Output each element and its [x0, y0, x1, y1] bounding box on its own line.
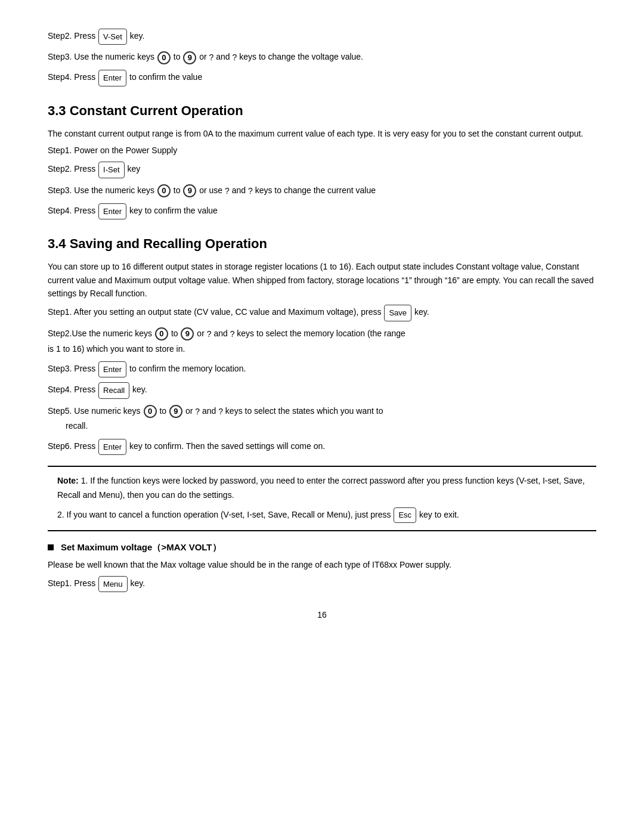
set-voltage-para: Please be well known that the Max voltag…	[48, 558, 596, 571]
note-box: Note: 1. If the function keys were locke…	[48, 466, 596, 531]
s34-key9: 9	[181, 327, 194, 340]
note1: Note: 1. If the function keys were locke…	[57, 474, 587, 503]
note2-prefix: 2. If you want to cancel a function oper…	[57, 509, 391, 519]
sv-step1-prefix: Step1. Press	[48, 579, 95, 589]
s34-qmark1: ?	[207, 329, 212, 338]
set-voltage-heading: Set Maximum voltage（>MAX VOLT）	[48, 542, 596, 553]
s34-qmark2: ?	[230, 329, 235, 338]
s34-step5-suffix: keys to select the states which you want…	[225, 406, 383, 416]
s33-qmark1: ?	[225, 186, 230, 196]
s33-step3-and: and	[232, 185, 246, 195]
step2-label: Step2. Press	[48, 31, 95, 41]
s34-key0: 0	[155, 327, 168, 340]
esc-key: Esc	[394, 507, 416, 523]
section34-para1: You can store up to 16 different output …	[48, 260, 596, 300]
s34-step1-prefix: Step1. After you setting an output state…	[48, 308, 382, 317]
s34-step5-key9: 9	[169, 405, 182, 418]
step3-label: Step3. Use the numeric keys	[48, 52, 154, 61]
s34-step3-suffix: to confirm the memory location.	[129, 364, 246, 373]
s33-step3-or: or use	[199, 185, 222, 195]
note-label: Note:	[57, 476, 79, 485]
section34-step5: Step5. Use numeric keys 0 to 9 or ? and …	[48, 404, 596, 434]
step2-suffix: key.	[130, 31, 145, 41]
s33-enter-key: Enter	[98, 203, 126, 219]
section34-heading: 3.4 Saving and Recalling Operation	[48, 236, 596, 252]
s34-step5-recall: recall.	[66, 421, 88, 431]
page-content: Step2. Press V-Set key. Step3. Use the n…	[48, 29, 596, 620]
step3-suffix: keys to change the voltage value.	[239, 52, 363, 61]
s33-qmark2: ?	[248, 186, 253, 196]
section34-step2: Step2.Use the numeric keys 0 to 9 or ? a…	[48, 326, 596, 357]
s33-key0: 0	[157, 184, 171, 197]
s33-step3-to: to	[174, 185, 181, 195]
s33-step2-prefix: Step2. Press	[48, 165, 95, 174]
set-voltage-section: Set Maximum voltage（>MAX VOLT） Please be…	[48, 542, 596, 593]
square-bullet-icon	[48, 544, 54, 550]
qmark2: ?	[233, 52, 237, 62]
step4-label: Step4. Press	[48, 73, 95, 82]
section34-step4: Step4. Press Recall key.	[48, 382, 596, 398]
s34-step5-qmark2: ?	[218, 406, 223, 416]
save-key: Save	[384, 305, 411, 321]
s34-enter-key2: Enter	[98, 439, 126, 455]
qmark1: ?	[209, 52, 214, 62]
section33-step4: Step4. Press Enter key to confirm the va…	[48, 203, 596, 219]
step3-or: or	[199, 52, 206, 61]
step4-suffix: to confirm the value	[129, 73, 202, 82]
top-step2: Step2. Press V-Set key.	[48, 29, 596, 45]
s34-step5-key0: 0	[144, 405, 157, 418]
s34-step5-qmark1: ?	[195, 406, 200, 416]
s34-step2-range: is 1 to 16) which you want to store in.	[48, 344, 185, 354]
s33-step2-suffix: key	[127, 165, 140, 174]
s34-step2-prefix: Step2.Use the numeric keys	[48, 329, 152, 338]
s33-step3-prefix: Step3. Use the numeric keys	[48, 185, 154, 195]
s33-step4-prefix: Step4. Press	[48, 206, 95, 215]
step3-to: to	[174, 52, 181, 61]
s33-step3-suffix: keys to change the current value	[255, 185, 376, 195]
vset-key: V-Set	[98, 29, 127, 45]
s34-step2-and: and	[213, 329, 227, 338]
section33-heading: 3.3 Constant Current Operation	[48, 103, 596, 119]
menu-key: Menu	[98, 576, 128, 592]
recall-key: Recall	[98, 382, 129, 398]
s34-step1-suffix: key.	[414, 308, 429, 317]
s34-step4-suffix: key.	[132, 385, 147, 395]
s34-step2-to: to	[171, 329, 178, 338]
s34-step2-or: or	[197, 329, 204, 338]
set-voltage-step1: Step1. Press Menu key.	[48, 576, 596, 592]
page-number: 16	[48, 610, 596, 620]
s33-key9: 9	[183, 184, 196, 197]
key-9-circle: 9	[183, 51, 196, 64]
s34-enter-key: Enter	[98, 361, 126, 377]
s34-step5-and: and	[202, 406, 216, 416]
step3-and: and	[216, 52, 230, 61]
section33-para1: The constant current output range is fro…	[48, 127, 596, 140]
note1-text: 1. If the function keys were locked by p…	[57, 476, 585, 500]
sv-step1-suffix: key.	[130, 579, 145, 589]
top-step4: Step4. Press Enter to confirm the value	[48, 70, 596, 86]
set-voltage-title: Set Maximum voltage（>MAX VOLT）	[61, 542, 221, 553]
s34-step6-prefix: Step6. Press	[48, 441, 95, 451]
s34-step3-prefix: Step3. Press	[48, 364, 95, 373]
s34-step5-prefix: Step5. Use numeric keys	[48, 406, 141, 416]
iset-key: I-Set	[98, 162, 124, 178]
enter-key-top: Enter	[98, 70, 126, 86]
top-step3: Step3. Use the numeric keys 0 to 9 or ? …	[48, 49, 596, 65]
note2: 2. If you want to cancel a function oper…	[57, 507, 587, 523]
section33-step1: Step1. Power on the Power Supply	[48, 144, 596, 157]
section33-step3: Step3. Use the numeric keys 0 to 9 or us…	[48, 183, 596, 199]
note2-suffix: key to exit.	[419, 509, 459, 519]
s34-step5-to: to	[159, 406, 166, 416]
s34-step5-or: or	[185, 406, 193, 416]
section34-step6: Step6. Press Enter key to confirm. Then …	[48, 439, 596, 455]
section33-step2: Step2. Press I-Set key	[48, 162, 596, 178]
key-0-circle: 0	[157, 51, 171, 64]
s33-step4-suffix: key to confirm the value	[129, 206, 218, 215]
section34-step3: Step3. Press Enter to confirm the memory…	[48, 361, 596, 377]
s34-step4-prefix: Step4. Press	[48, 385, 95, 395]
s34-step6-suffix: key to confirm. Then the saved settings …	[129, 441, 325, 451]
section34-step1: Step1. After you setting an output state…	[48, 305, 596, 321]
